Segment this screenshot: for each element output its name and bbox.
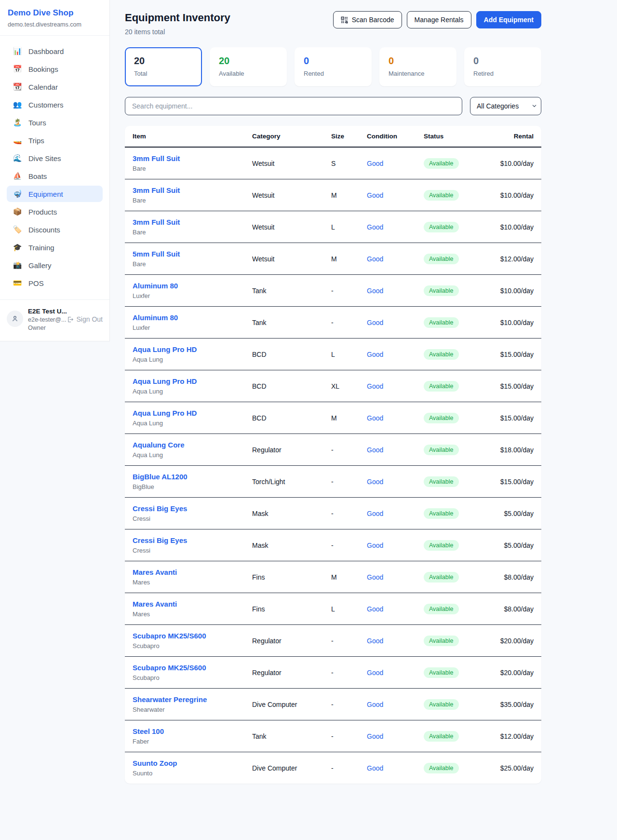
status-cell: Available: [416, 498, 488, 529]
manage-rentals-button[interactable]: Manage Rentals: [407, 11, 471, 28]
equipment-name-link[interactable]: 5mm Full Suit: [133, 250, 237, 258]
stat-label: Retired: [473, 70, 532, 77]
status-badge: Available: [424, 667, 459, 678]
condition-link[interactable]: Good: [367, 478, 383, 486]
status-badge: Available: [424, 222, 459, 232]
table-body: 3mm Full Suit Bare Wetsuit S Good Availa…: [125, 147, 541, 784]
category-select[interactable]: All Categories: [470, 97, 541, 115]
condition-link[interactable]: Good: [367, 510, 383, 517]
condition-link[interactable]: Good: [367, 414, 383, 422]
page-header: Equipment Inventory 20 items total: [125, 7, 541, 36]
sign-out-button[interactable]: Sign Out: [67, 315, 103, 323]
table-row: Mares Avanti Mares Fins L Good Available: [125, 593, 541, 625]
stat-card[interactable]: 20 Total: [125, 47, 202, 86]
condition-link[interactable]: Good: [367, 351, 383, 358]
status-cell: Available: [416, 529, 488, 561]
condition-link[interactable]: Good: [367, 255, 383, 263]
equipment-name-link[interactable]: Mares Avanti: [133, 568, 237, 576]
size-cell: L: [323, 593, 359, 625]
size-cell: -: [323, 275, 359, 307]
stat-card[interactable]: 0 Rented: [295, 47, 372, 86]
sidebar-item[interactable]: 💳 POS: [7, 275, 103, 291]
table-row: Aluminum 80 Luxfer Tank - Good Available: [125, 275, 541, 307]
equipment-name-link[interactable]: Shearwater Peregrine: [133, 695, 237, 704]
equipment-name-link[interactable]: Aqua Lung Pro HD: [133, 377, 237, 385]
sidebar-item[interactable]: 🏷️ Discounts: [7, 221, 103, 238]
equipment-name-link[interactable]: Aqua Lung Pro HD: [133, 409, 237, 417]
sidebar-item[interactable]: 🤿 Equipment: [7, 186, 103, 202]
equipment-name-link[interactable]: Cressi Big Eyes: [133, 536, 237, 544]
condition-link[interactable]: Good: [367, 382, 383, 390]
sidebar-item[interactable]: ⛵ Boats: [7, 168, 103, 184]
equipment-name-link[interactable]: Steel 100: [133, 727, 237, 735]
sidebar-item[interactable]: 👥 Customers: [7, 96, 103, 113]
sidebar-item-label: Discounts: [28, 226, 60, 234]
equipment-name-link[interactable]: Mares Avanti: [133, 600, 237, 608]
stat-card[interactable]: 20 Available: [210, 47, 287, 86]
sidebar-item[interactable]: 📆 Calendar: [7, 79, 103, 95]
equipment-brand: Bare: [133, 197, 237, 204]
item-cell: Aqua Lung Pro HD Aqua Lung: [125, 370, 244, 402]
size-cell: -: [323, 434, 359, 466]
sidebar-item[interactable]: 📸 Gallery: [7, 257, 103, 273]
category-cell: Tank: [244, 307, 323, 339]
equipment-name-link[interactable]: Aluminum 80: [133, 313, 237, 322]
status-badge: Available: [424, 190, 459, 201]
column-header-item: Item: [125, 126, 244, 147]
add-equipment-button[interactable]: Add Equipment: [476, 11, 541, 28]
user-name: E2E Test U...: [28, 308, 62, 315]
sidebar-item[interactable]: 🌊 Dive Sites: [7, 150, 103, 166]
sidebar-item[interactable]: 🚤 Trips: [7, 132, 103, 149]
price-tag-icon: 🏷️: [13, 225, 22, 234]
sidebar-item[interactable]: 📦 Products: [7, 203, 103, 220]
stat-card[interactable]: 0 Maintenance: [379, 47, 456, 86]
status-cell: Available: [416, 561, 488, 593]
condition-link[interactable]: Good: [367, 637, 383, 645]
item-cell: 3mm Full Suit Bare: [125, 211, 244, 243]
equipment-name-link[interactable]: Cressi Big Eyes: [133, 504, 237, 513]
equipment-name-link[interactable]: Suunto Zoop: [133, 759, 237, 767]
condition-link[interactable]: Good: [367, 573, 383, 581]
condition-link[interactable]: Good: [367, 319, 383, 326]
condition-link[interactable]: Good: [367, 542, 383, 549]
condition-cell: Good: [359, 243, 416, 275]
condition-link[interactable]: Good: [367, 701, 383, 708]
condition-link[interactable]: Good: [367, 160, 383, 167]
condition-link[interactable]: Good: [367, 223, 383, 231]
wave-icon: 🌊: [13, 154, 22, 163]
condition-link[interactable]: Good: [367, 605, 383, 613]
condition-link[interactable]: Good: [367, 764, 383, 772]
condition-link[interactable]: Good: [367, 732, 383, 740]
search-input[interactable]: [125, 97, 462, 115]
equipment-name-link[interactable]: Aqua Lung Pro HD: [133, 345, 237, 353]
equipment-name-link[interactable]: Scubapro MK25/S600: [133, 664, 237, 672]
equipment-name-link[interactable]: BigBlue AL1200: [133, 473, 237, 481]
stat-card[interactable]: 0 Retired: [464, 47, 541, 86]
scan-barcode-label: Scan Barcode: [352, 16, 394, 24]
condition-link[interactable]: Good: [367, 446, 383, 454]
equipment-name-link[interactable]: Scubapro MK25/S600: [133, 632, 237, 640]
equipment-name-link[interactable]: 3mm Full Suit: [133, 218, 237, 226]
condition-link[interactable]: Good: [367, 669, 383, 677]
equipment-name-link[interactable]: 3mm Full Suit: [133, 154, 237, 163]
category-cell: Dive Computer: [244, 752, 323, 784]
scan-barcode-button[interactable]: Scan Barcode: [333, 11, 402, 28]
status-badge: Available: [424, 636, 459, 646]
sidebar-item[interactable]: 🎓 Training: [7, 239, 103, 256]
equipment-name-link[interactable]: 3mm Full Suit: [133, 186, 237, 194]
sidebar-item-label: Tours: [28, 119, 46, 127]
sidebar-item[interactable]: 📊 Dashboard: [7, 43, 103, 59]
item-cell: Aqua Lung Pro HD Aqua Lung: [125, 402, 244, 434]
sidebar-item-label: Equipment: [28, 190, 63, 198]
sidebar-item[interactable]: 📅 Bookings: [7, 61, 103, 77]
sidebar-item[interactable]: 🏝️ Tours: [7, 114, 103, 131]
rental-cell: $10.00/day: [488, 211, 541, 243]
credit-card-icon: 💳: [13, 279, 22, 287]
condition-link[interactable]: Good: [367, 191, 383, 199]
equipment-name-link[interactable]: Aluminum 80: [133, 282, 237, 290]
condition-link[interactable]: Good: [367, 287, 383, 295]
item-cell: Mares Avanti Mares: [125, 561, 244, 593]
stat-value: 0: [389, 55, 447, 67]
equipment-name-link[interactable]: Aqualung Core: [133, 441, 237, 449]
shop-name[interactable]: Demo Dive Shop: [8, 8, 102, 18]
